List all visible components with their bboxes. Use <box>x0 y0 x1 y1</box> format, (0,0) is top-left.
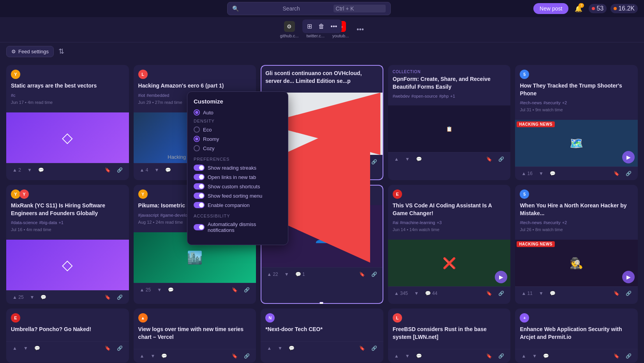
bookmark-button[interactable]: 🔖 <box>485 290 494 297</box>
pref-feed-sorting[interactable]: Show feed sorting menu <box>194 193 282 199</box>
density-roomy[interactable]: Roomy <box>194 136 282 142</box>
play-button[interactable]: ▶ <box>495 271 507 283</box>
downvote-button[interactable]: ▼ <box>149 352 157 359</box>
new-post-button[interactable]: New post <box>533 3 568 14</box>
upvote-button[interactable]: ▲ 4 <box>138 167 150 174</box>
downvote-button[interactable]: ▼ <box>26 167 34 174</box>
downvote-button[interactable]: ▼ <box>155 286 163 293</box>
card-view-logs[interactable]: ▲ View logs over time with new time seri… <box>134 309 256 362</box>
density-eco[interactable]: Eco <box>194 126 282 133</box>
comment-button[interactable]: 💬 <box>548 170 557 177</box>
downvote-button[interactable]: ▼ <box>404 156 411 163</box>
bookmark-button[interactable]: 🔖 <box>103 167 112 174</box>
downvote-button[interactable]: ▼ <box>531 352 538 359</box>
bookmark-button[interactable]: 🔖 <box>103 345 112 352</box>
bookmark-button[interactable]: 🔖 <box>358 345 367 352</box>
comment-button[interactable]: 💬 <box>287 345 296 352</box>
pref-custom-shortcuts[interactable]: Show custom shortcuts <box>194 183 282 189</box>
upvote-button[interactable]: ▲ <box>393 352 401 359</box>
share-button[interactable]: 🔗 <box>115 294 124 301</box>
downvote-button[interactable]: ▼ <box>28 294 36 301</box>
bookmark-button[interactable]: 🔖 <box>612 352 621 359</box>
downvote-button[interactable]: ▼ <box>404 352 411 359</box>
upvote-button[interactable]: ▲ 2 <box>11 167 23 174</box>
pref-new-tab[interactable]: Open links in new tab <box>194 174 282 180</box>
pref-reading-streaks[interactable]: Show reading streaks <box>194 165 282 171</box>
card-static-arrays[interactable]: Y Static arrays are the best vectors #c … <box>6 65 129 180</box>
share-button[interactable]: 🔗 <box>624 170 633 177</box>
share-button[interactable]: 🔗 <box>370 158 379 165</box>
share-button[interactable]: 🔗 <box>624 352 633 359</box>
share-button[interactable]: 🔗 <box>115 167 124 174</box>
search-bar[interactable]: 🔍 Search Ctrl + K <box>227 2 391 15</box>
comment-button[interactable]: 💬 1 <box>294 271 307 278</box>
comment-button[interactable]: 💬 <box>415 156 423 163</box>
share-button[interactable]: 🔗 <box>242 286 251 293</box>
card-vscode-ai[interactable]: E This VS Code AI Coding Assistant Is A … <box>388 185 511 304</box>
comment-button[interactable]: 💬 1 <box>294 158 307 165</box>
card-north-korean[interactable]: 5 When You Hire a North Korean Hacker by… <box>515 185 638 304</box>
pref-dismiss-notif[interactable]: Automatically dismiss notifications <box>194 221 282 233</box>
new-tab-toggle[interactable] <box>194 174 205 180</box>
dismiss-notif-toggle[interactable] <box>194 224 205 230</box>
bookmark-button[interactable]: 🔖 <box>612 290 621 297</box>
comment-button[interactable]: 💬 <box>33 345 42 352</box>
share-button[interactable]: 🔗 <box>115 345 124 352</box>
share-button[interactable]: 🔗 <box>624 290 633 297</box>
comment-button[interactable]: 💬 44 <box>423 290 439 297</box>
bookmark-button[interactable]: 🔖 <box>230 286 239 293</box>
comment-button[interactable]: 💬 <box>542 352 550 359</box>
card-enhance-security[interactable]: + Enhance Web Application Security with … <box>515 309 638 362</box>
bookmark-button[interactable]: 🔖 <box>485 352 494 359</box>
upvote-button[interactable]: ▲ 345 <box>393 290 409 297</box>
upvote-button[interactable]: ▲ 11 <box>520 290 534 297</box>
feed-settings-button[interactable]: ⚙ Feed settings <box>6 46 54 57</box>
share-button[interactable]: 🔗 <box>497 290 506 297</box>
bookmark-button[interactable]: 🔖 <box>612 170 621 177</box>
upvote-button[interactable]: ▲ <box>11 345 19 352</box>
upvote-button[interactable]: ▲ <box>265 345 273 352</box>
upvote-button[interactable]: ▲ <box>138 352 146 359</box>
bookmark-button[interactable]: 🔖 <box>103 294 112 301</box>
bookmark-button[interactable]: 🔖 <box>485 156 494 163</box>
feed-sorting-toggle[interactable] <box>194 193 205 199</box>
upvote-button[interactable]: ▲ 25 <box>11 294 25 301</box>
density-cozy[interactable]: Cozy <box>194 145 282 151</box>
card-freebsd[interactable]: L FreeBSD considers Rust in the base sys… <box>388 309 511 362</box>
comment-button[interactable]: 💬 <box>166 286 175 293</box>
bookmark-button[interactable]: 🔖 <box>358 271 367 278</box>
downvote-button[interactable]: ▼ <box>283 271 291 278</box>
comment-button[interactable]: 💬 <box>160 352 169 359</box>
copy-button[interactable]: ⊞ <box>305 21 314 32</box>
comment-button[interactable]: 💬 <box>37 167 46 174</box>
share-button[interactable]: 🔗 <box>497 352 506 359</box>
comment-button[interactable]: 💬 <box>415 352 423 359</box>
share-button[interactable]: 🔗 <box>242 352 251 359</box>
upvote-button[interactable]: ▲ 16 <box>520 170 534 177</box>
share-button[interactable]: 🔗 <box>497 156 506 163</box>
card-mixrank[interactable]: Y Y MixRank (YC S11) Is Hiring Software … <box>6 185 129 304</box>
companion-toggle[interactable] <box>194 202 205 208</box>
share-button[interactable]: 🔗 <box>370 345 379 352</box>
downvote-button[interactable]: ▼ <box>153 167 161 174</box>
comment-button[interactable]: 💬 <box>39 294 48 301</box>
custom-shortcuts-toggle[interactable] <box>194 183 205 189</box>
downvote-button[interactable]: ▼ <box>537 290 545 297</box>
bookmark-button[interactable]: 🔖 <box>358 158 367 165</box>
pref-companion[interactable]: Enable companion <box>194 202 282 208</box>
reading-streaks-toggle[interactable] <box>194 165 205 171</box>
bookmark-button[interactable]: 🔖 <box>230 352 239 359</box>
more-options-button[interactable]: ••• <box>329 21 339 32</box>
share-button[interactable]: 🔗 <box>370 271 379 278</box>
upvote-button[interactable]: ▲ 22 <box>265 271 280 278</box>
downvote-button[interactable]: ▼ <box>276 345 284 352</box>
play-button[interactable]: ▶ <box>622 271 635 283</box>
card-trump-shooter[interactable]: 5 How They Tracked the Trump Shooter's P… <box>515 65 638 180</box>
comment-button[interactable]: 💬 <box>548 290 557 297</box>
comment-button[interactable]: 💬 <box>164 167 173 174</box>
upvote-button[interactable]: ▲ <box>393 156 401 163</box>
play-button[interactable]: ▶ <box>622 151 635 163</box>
source-github[interactable]: ⚙ github.c... <box>280 21 299 38</box>
card-umbrella[interactable]: E Umbrella? Poncho? Go Naked! ▲ ▼ 💬 🔖 🔗 <box>6 309 129 362</box>
downvote-button[interactable]: ▼ <box>413 290 420 297</box>
